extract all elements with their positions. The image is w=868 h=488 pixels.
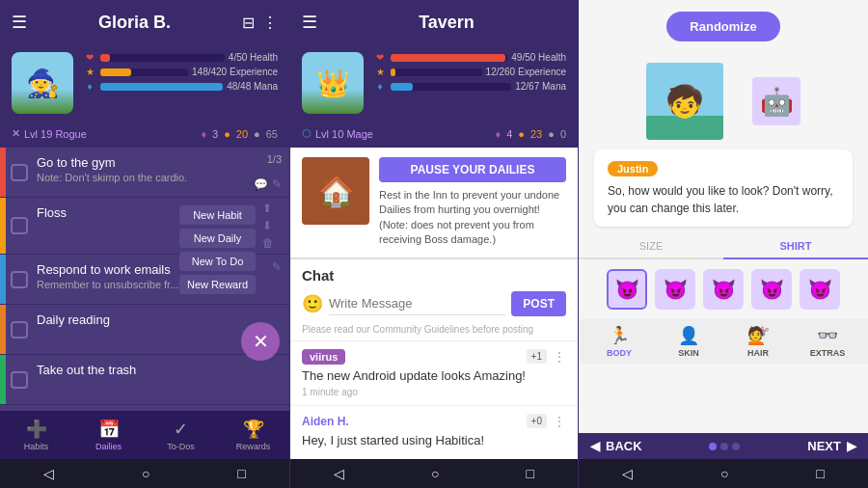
category-bar: 🏃 BODY 👤 SKIN 💇 HAIR 👓 EXTRAS [579, 319, 868, 364]
task-title: Go to the gym [37, 155, 242, 170]
avatar-option-2[interactable]: 😈 [655, 269, 695, 310]
pencil-icon[interactable]: ✎ [272, 177, 282, 191]
home-sys-left[interactable]: ○ [142, 466, 149, 481]
checkbox[interactable] [11, 164, 28, 181]
system-nav-left: ◁ ○ □ [0, 459, 289, 488]
left-header: ☰ Gloria B. ⊟ ⋮ [0, 0, 289, 44]
back-sys-mid[interactable]: ◁ [334, 466, 344, 481]
back-sys-right[interactable]: ◁ [622, 466, 633, 481]
habits-icon: ➕ [26, 419, 47, 440]
task-check[interactable] [6, 198, 33, 254]
msg-more-icon2[interactable]: ⋮ [553, 414, 566, 429]
system-nav-right: ◁ ○ □ [579, 459, 868, 488]
speech-text: So, how would you like to look? Don't wo… [608, 182, 839, 217]
next-label: NEXT [807, 439, 841, 453]
inn-text: PAUSE YOUR DAILIES Rest in the Inn to pr… [379, 157, 566, 248]
new-reward-button[interactable]: New Reward [179, 275, 256, 294]
menu-icon-mid[interactable]: ☰ [302, 12, 317, 33]
task-check[interactable] [6, 355, 33, 404]
new-habit-button[interactable]: New Habit [179, 205, 256, 225]
avatar-option-1[interactable]: 😈 [607, 269, 647, 310]
nav-rewards[interactable]: 🏆 Rewards [217, 411, 289, 459]
pause-dailies-button[interactable]: PAUSE YOUR DAILIES [379, 157, 566, 182]
chat-message: viirus +1 ⋮ The new Android update looks… [290, 340, 578, 405]
next-button[interactable]: NEXT ▶ [807, 439, 856, 453]
more-icon[interactable]: ⋮ [262, 14, 278, 32]
task-right: ✎ [264, 255, 289, 304]
task-note: Note: Don't skimp on the cardio. [37, 172, 242, 183]
todos-icon: ✓ [174, 419, 188, 440]
task-check[interactable] [6, 255, 33, 304]
health-row-left: ❤ 4/50 Health [83, 52, 278, 63]
down-icon[interactable]: ⬇ [262, 219, 285, 232]
avatar-option-3[interactable]: 😈 [703, 269, 744, 310]
msg-more-icon[interactable]: ⋮ [553, 349, 566, 365]
task-content: Daily reading [33, 305, 274, 354]
tab-size[interactable]: SIZE [579, 234, 723, 259]
up-icon[interactable]: ⬆ [262, 202, 285, 215]
body-icon: 🏃 [609, 325, 630, 346]
task-action-icons: ⬆ ⬇ 🗑 [258, 198, 289, 254]
task-content: Take out the trash [33, 355, 274, 404]
home-sys-mid[interactable]: ○ [431, 466, 439, 481]
cat-hair[interactable]: 💇 HAIR [725, 325, 791, 358]
emoji-button[interactable]: 🙂 [302, 293, 323, 314]
chat-input[interactable] [329, 292, 505, 315]
avatar-face-1: 😈 [615, 278, 639, 301]
task-check[interactable] [6, 148, 33, 197]
dailies-label: Dailies [95, 442, 122, 451]
msg-header: Aiden H. +0 ⋮ [302, 414, 566, 429]
level-row-left: ✕ Lvl 19 Rogue ♦ 3 ● 20 ● 65 [0, 123, 289, 148]
nav-dailies[interactable]: 📅 Dailies [72, 411, 145, 459]
nav-todos[interactable]: ✓ To-Dos [145, 411, 217, 459]
task-icons: ✎ [272, 260, 282, 274]
exp-row-mid: ★ 12/260 Experience [373, 67, 566, 77]
new-todo-button[interactable]: New To Do [179, 252, 256, 271]
cat-body[interactable]: 🏃 BODY [586, 325, 652, 358]
inn-description: Rest in the Inn to prevent your undone D… [379, 188, 566, 248]
task-title: Take out the trash [37, 363, 270, 377]
back-button[interactable]: ◀ BACK [590, 439, 642, 453]
checkbox[interactable] [11, 271, 28, 288]
nav-habits[interactable]: ➕ Habits [0, 411, 72, 459]
dot-3 [732, 443, 740, 450]
checkbox[interactable] [11, 217, 28, 234]
menu-icon-left[interactable]: ☰ [12, 12, 27, 33]
post-button[interactable]: POST [511, 291, 566, 316]
msg-user2-badge: Aiden H. [302, 415, 349, 428]
pencil-icon[interactable]: ✎ [272, 260, 282, 274]
task-item: Go to the gym Note: Don't skimp on the c… [0, 148, 289, 198]
task-check[interactable] [6, 305, 33, 354]
gem-count-left: 3 [212, 128, 218, 140]
exp-label-mid: 12/260 Experience [486, 67, 566, 77]
mana-bar-bg [100, 83, 223, 91]
recents-sys-right[interactable]: □ [816, 466, 824, 481]
avatar-option-5[interactable]: 😈 [800, 269, 840, 310]
filter-icon[interactable]: ⊟ [242, 14, 255, 32]
recents-sys-left[interactable]: □ [237, 466, 245, 481]
checkbox[interactable] [11, 371, 28, 389]
exp-icon: ★ [83, 67, 96, 77]
right-panel: Randomize 🧒 🤖 Justin So, how would you l… [579, 0, 868, 488]
exp-info-mid [391, 68, 482, 76]
back-sys-left[interactable]: ◁ [43, 466, 54, 481]
msg-plus[interactable]: +1 [527, 349, 547, 364]
cat-skin[interactable]: 👤 SKIN [656, 325, 721, 358]
delete-icon[interactable]: 🗑 [262, 236, 285, 250]
home-sys-right[interactable]: ○ [720, 466, 728, 481]
checkbox[interactable] [11, 321, 28, 339]
cat-extras[interactable]: 👓 EXTRAS [795, 325, 860, 358]
mid-stats: 👑 ❤ 49/50 Health ★ 12/260 Expe [290, 44, 578, 123]
mana-bar [100, 83, 223, 91]
fab-button[interactable]: ✕ [241, 322, 280, 361]
avatar-option-4[interactable]: 😈 [751, 269, 792, 310]
guidelines-text: Please read our Community Guidelines bef… [290, 324, 578, 340]
msg-plus2[interactable]: +0 [527, 414, 547, 428]
new-daily-button[interactable]: New Daily [179, 229, 256, 248]
tab-shirt[interactable]: SHIRT [723, 234, 868, 259]
randomize-button[interactable]: Randomize [666, 12, 779, 41]
recents-sys-mid[interactable]: □ [527, 466, 534, 481]
health-bar-bg-mid [391, 54, 507, 62]
system-nav-mid: ◁ ○ □ [290, 459, 578, 488]
msg-actions: +1 ⋮ [527, 349, 566, 365]
